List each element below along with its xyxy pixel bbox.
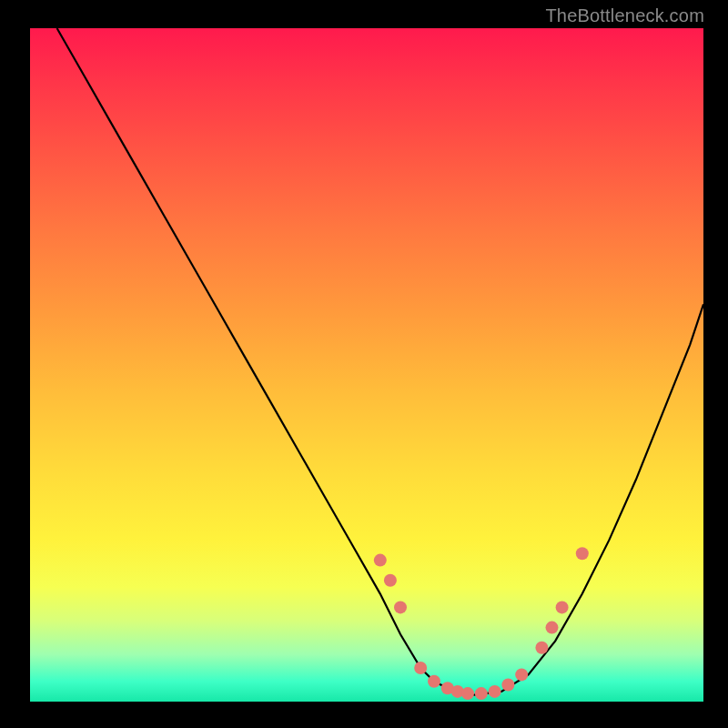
highlight-dot [394,601,407,613]
highlight-dot [475,687,488,700]
highlight-dot [489,685,501,698]
highlight-dot [461,687,474,700]
highlight-dot [576,547,589,560]
highlight-dot [374,554,387,567]
bottleneck-curve [57,28,703,695]
highlight-dot [414,662,427,674]
curve-layer [0,0,728,728]
highlight-dot [515,668,528,681]
highlight-dot [535,642,548,654]
highlight-dot [556,601,569,613]
chart-stage: TheBottleneck.com [0,0,728,728]
marker-group [374,547,589,700]
highlight-dot [501,679,514,692]
highlight-dot [384,574,397,587]
highlight-dot [546,622,559,634]
highlight-dot [428,675,440,688]
